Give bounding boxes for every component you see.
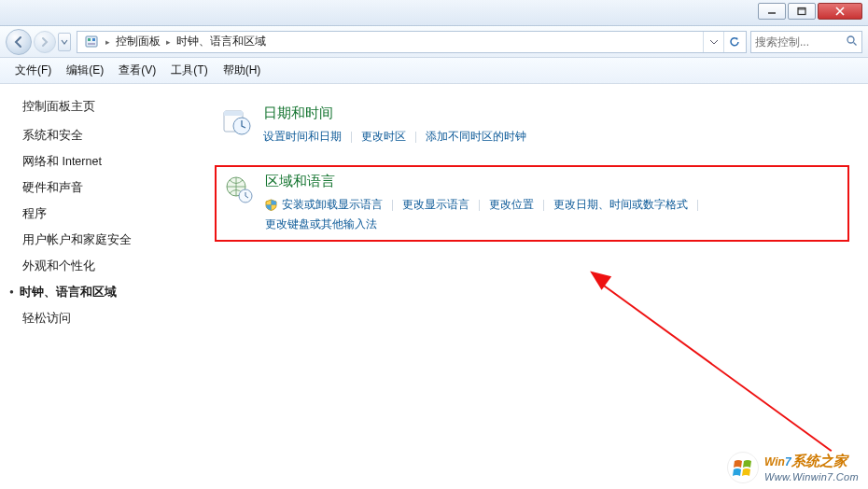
clock-calendar-icon [220, 105, 254, 138]
annotation-arrow-head [585, 264, 611, 289]
task-change-keyboard-input[interactable]: 更改键盘或其他输入法 [265, 217, 377, 232]
watermark-text-2: Www.Winwin7.Com [764, 470, 859, 483]
svg-point-5 [847, 36, 854, 43]
annotation-arrow-line [596, 280, 832, 452]
sidebar-item-3[interactable]: 程序 [22, 206, 196, 222]
region-language-heading[interactable]: 区域和语言 [265, 173, 707, 190]
address-bar[interactable]: ▸ 控制面板 ▸ 时钟、语言和区域 [77, 31, 747, 53]
separator [479, 200, 480, 211]
shield-icon [265, 199, 278, 212]
menu-view[interactable]: 查看(V) [111, 60, 163, 81]
minimize-button[interactable] [758, 3, 786, 20]
control-panel-home-link[interactable]: 控制面板主页 [22, 99, 196, 115]
menu-edit[interactable]: 编辑(E) [59, 60, 111, 81]
sidebar-item-4[interactable]: 用户帐户和家庭安全 [22, 232, 196, 248]
watermark-text-1c: 系统之家 [791, 453, 847, 468]
close-button[interactable] [818, 3, 862, 20]
sidebar-item-5[interactable]: 外观和个性化 [22, 258, 196, 274]
control-panel-icon [83, 34, 100, 50]
sidebar-item-2[interactable]: 硬件和声音 [22, 180, 196, 196]
section-region-language: 区域和语言 安装或卸载显示语言 更改显示语言 更改位置 更改日期、时间或数字格式… [215, 165, 849, 242]
sidebar-item-6[interactable]: 时钟、语言和区域 [22, 285, 196, 300]
date-time-heading[interactable]: 日期和时间 [263, 105, 526, 122]
menu-file[interactable]: 文件(F) [7, 60, 59, 81]
separator [351, 132, 352, 143]
task-change-display-language[interactable]: 更改显示语言 [402, 197, 469, 213]
refresh-button[interactable] [723, 32, 744, 52]
search-icon[interactable] [846, 34, 858, 50]
search-input[interactable] [755, 35, 837, 49]
maximize-button[interactable] [788, 3, 816, 20]
svg-rect-2 [88, 38, 91, 41]
section-date-time: 日期和时间 设置时间和日期 更改时区 添加不同时区的时钟 [215, 99, 849, 152]
breadcrumb-clock-language-region[interactable]: 时钟、语言和区域 [173, 32, 270, 52]
sidebar-item-7[interactable]: 轻松访问 [22, 311, 196, 327]
task-change-timezone[interactable]: 更改时区 [361, 129, 406, 145]
watermark-logo-icon [727, 452, 759, 483]
watermark: Win7系统之家 Www.Winwin7.Com [727, 452, 859, 483]
nav-bar: ▸ 控制面板 ▸ 时钟、语言和区域 [0, 26, 868, 58]
svg-rect-7 [224, 111, 243, 116]
menu-tools[interactable]: 工具(T) [163, 60, 215, 81]
separator [543, 200, 544, 211]
search-box[interactable] [750, 31, 862, 53]
breadcrumb-control-panel[interactable]: 控制面板 [112, 32, 164, 52]
content-area: 日期和时间 设置时间和日期 更改时区 添加不同时区的时钟 区域和语言 [196, 84, 868, 489]
back-button[interactable] [6, 29, 32, 55]
separator [415, 132, 416, 143]
forward-button[interactable] [34, 31, 56, 53]
svg-rect-4 [88, 43, 95, 45]
task-change-location[interactable]: 更改位置 [489, 197, 534, 213]
globe-clock-icon [222, 173, 256, 206]
task-label: 安装或卸载显示语言 [282, 197, 383, 213]
task-add-clocks[interactable]: 添加不同时区的时钟 [426, 129, 526, 145]
sidebar: 控制面板主页 系统和安全网络和 Internet硬件和声音程序用户帐户和家庭安全… [0, 84, 196, 489]
address-dropdown-button[interactable] [703, 32, 723, 52]
svg-rect-3 [92, 38, 95, 41]
sidebar-item-1[interactable]: 网络和 Internet [22, 154, 196, 170]
svg-rect-1 [86, 36, 97, 47]
watermark-text-1a: Win [764, 455, 785, 468]
menu-help[interactable]: 帮助(H) [216, 60, 269, 81]
task-set-date-time[interactable]: 设置时间和日期 [263, 129, 342, 145]
task-install-display-language[interactable]: 安装或卸载显示语言 [265, 197, 383, 213]
separator [697, 200, 698, 211]
menu-bar: 文件(F) 编辑(E) 查看(V) 工具(T) 帮助(H) [0, 58, 868, 84]
window-titlebar [0, 0, 868, 26]
chevron-right-icon: ▸ [166, 37, 171, 47]
watermark-text-1b: 7 [785, 455, 791, 468]
nav-history-dropdown[interactable] [58, 33, 71, 51]
sidebar-item-0[interactable]: 系统和安全 [22, 128, 196, 144]
task-change-formats[interactable]: 更改日期、时间或数字格式 [553, 197, 688, 213]
separator [392, 200, 393, 211]
chevron-right-icon: ▸ [105, 37, 110, 47]
